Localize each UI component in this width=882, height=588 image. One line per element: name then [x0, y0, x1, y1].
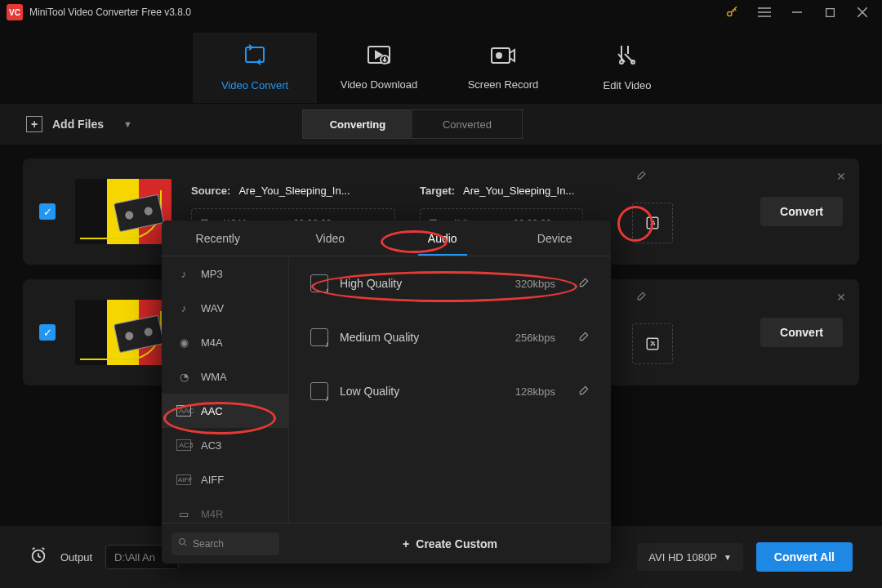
schedule-icon[interactable] — [29, 546, 47, 568]
menu-icon[interactable] — [748, 0, 781, 24]
audio-icon: AC3 — [176, 439, 191, 451]
edit-icon[interactable] — [578, 277, 590, 291]
target-filename: Are_You_Sleeping_In... — [463, 185, 574, 197]
quality-bitrate: 256kbps — [515, 332, 555, 344]
format-wma[interactable]: ◔WMA — [162, 359, 288, 394]
audio-icon: ▭ — [176, 508, 191, 520]
svg-line-20 — [185, 544, 187, 546]
format-mp3[interactable]: ♪MP3 — [162, 256, 288, 291]
close-icon[interactable] — [846, 0, 879, 24]
output-label: Output — [60, 551, 92, 564]
audio-icon: ♪ — [176, 302, 191, 314]
audio-icon: AAC — [176, 405, 191, 416]
search-icon — [178, 537, 188, 550]
minimize-icon[interactable] — [781, 0, 813, 24]
search-placeholder: Search — [193, 538, 224, 550]
settings-button[interactable] — [632, 203, 673, 243]
convert-all-button[interactable]: Convert All — [756, 542, 853, 572]
converting-tabs: Converting Converted — [302, 109, 523, 139]
preset-selector[interactable]: AVI HD 1080P ▼ — [637, 543, 743, 571]
checkbox[interactable]: ✓ — [39, 203, 56, 220]
source-filename: Are_You_Sleeping_In... — [238, 185, 350, 197]
format-wav[interactable]: ♪WAV — [162, 291, 288, 325]
edit-icon[interactable] — [578, 331, 590, 345]
edit-target-icon[interactable] — [636, 170, 647, 183]
thumbnail — [75, 300, 172, 365]
svg-point-13 — [497, 53, 501, 58]
audio-icon: ◉ — [176, 336, 191, 349]
quality-list: High Quality 320kbps Medium Quality 256k… — [289, 256, 611, 523]
tab-audio[interactable]: Audio — [386, 220, 499, 256]
tab-video-download[interactable]: Video Download — [317, 33, 441, 103]
format-aac[interactable]: AACAAC — [162, 394, 288, 428]
maximize-icon[interactable] — [813, 0, 846, 24]
quality-label: Low Quality — [340, 385, 399, 398]
edit-icon[interactable] — [578, 385, 590, 399]
tab-label: Video Convert — [221, 79, 288, 91]
tab-converted[interactable]: Converted — [412, 110, 522, 138]
tab-screen-record[interactable]: Screen Record — [441, 33, 565, 103]
remove-button[interactable]: ✕ — [836, 291, 846, 304]
titlebar: VC MiniTool Video Converter Free v3.8.0 — [0, 0, 882, 24]
tab-device[interactable]: Device — [499, 220, 612, 256]
quality-medium[interactable]: Medium Quality 256kbps — [289, 310, 611, 364]
audio-icon: ◔ — [176, 371, 191, 383]
svg-rect-8 — [246, 47, 264, 62]
create-custom-button[interactable]: + Create Custom — [289, 537, 611, 550]
format-list[interactable]: ♪MP3 ♪WAV ◉M4A ◔WMA AACAAC AC3AC3 AIFFAI… — [162, 256, 289, 523]
record-icon — [490, 45, 516, 70]
convert-button[interactable]: Convert — [760, 318, 843, 347]
convert-icon — [243, 44, 267, 71]
remove-button[interactable]: ✕ — [836, 170, 846, 183]
tab-edit-video[interactable]: Edit Video — [565, 33, 689, 103]
create-custom-label: Create Custom — [416, 537, 497, 550]
quality-low[interactable]: Low Quality 128kbps — [289, 364, 611, 418]
edit-icon — [617, 44, 638, 71]
quality-label: High Quality — [340, 277, 402, 290]
audio-icon: AIFF — [176, 474, 191, 485]
app-title: MiniTool Video Converter Free v3.8.0 — [29, 7, 191, 18]
format-m4a[interactable]: ◉M4A — [162, 325, 288, 359]
quality-icon — [310, 274, 328, 292]
popover-tabs: Recently Video Audio Device — [162, 220, 611, 256]
source-label: Source: — [191, 185, 230, 197]
main-tabs: Video Convert Video Download Screen Reco… — [0, 24, 882, 103]
thumbnail — [75, 179, 172, 244]
format-ac3[interactable]: AC3AC3 — [162, 428, 288, 462]
edit-target-icon[interactable] — [636, 291, 647, 304]
tab-video-convert[interactable]: Video Convert — [193, 33, 317, 103]
key-icon[interactable] — [715, 0, 748, 24]
convert-button[interactable]: Convert — [760, 197, 843, 226]
add-files-button[interactable]: + Add Files ▼ — [26, 116, 132, 132]
format-popover: Recently Video Audio Device ♪MP3 ♪WAV ◉M… — [162, 220, 611, 564]
format-aiff[interactable]: AIFFAIFF — [162, 462, 288, 497]
settings-button[interactable] — [632, 323, 673, 364]
chevron-down-icon: ▼ — [724, 553, 732, 562]
quality-label: Medium Quality — [340, 331, 419, 344]
tab-label: Video Download — [341, 78, 417, 91]
quality-high[interactable]: High Quality 320kbps — [289, 256, 611, 310]
tab-label: Edit Video — [603, 79, 651, 91]
quality-icon — [310, 382, 328, 400]
quality-bitrate: 320kbps — [515, 278, 555, 290]
toolbar: + Add Files ▼ Converting Converted — [0, 103, 882, 145]
audio-icon: ♪ — [176, 268, 191, 280]
popover-footer: Search + Create Custom — [162, 523, 611, 564]
search-input[interactable]: Search — [172, 532, 279, 555]
tab-recently[interactable]: Recently — [162, 220, 274, 256]
target-label: Target: — [420, 185, 455, 197]
quality-icon — [310, 328, 328, 346]
tab-video[interactable]: Video — [274, 220, 387, 256]
tab-label: Screen Record — [468, 78, 539, 91]
checkbox[interactable]: ✓ — [39, 324, 56, 341]
svg-rect-5 — [826, 8, 834, 16]
quality-bitrate: 128kbps — [515, 385, 555, 398]
svg-point-19 — [180, 539, 185, 545]
svg-point-14 — [620, 60, 623, 64]
chevron-down-icon: ▼ — [123, 119, 132, 129]
download-icon — [367, 45, 391, 70]
tab-converting[interactable]: Converting — [303, 110, 412, 138]
preset-label: AVI HD 1080P — [648, 551, 717, 564]
format-m4r[interactable]: ▭M4R — [162, 497, 288, 523]
plus-icon: + — [403, 537, 409, 550]
